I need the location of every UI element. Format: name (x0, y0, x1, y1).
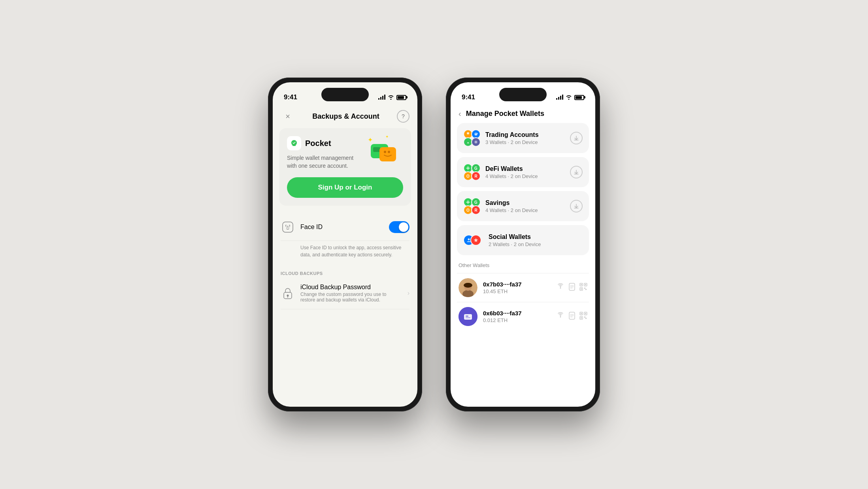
social-icons (463, 231, 481, 249)
pocket-card-body: Pocket Simple wallet management with one… (287, 136, 403, 172)
battery-icon-1 (396, 95, 406, 100)
svg-text:✦: ✦ (368, 136, 373, 143)
dynamic-island-2 (499, 88, 547, 101)
qr-icon[interactable] (579, 283, 587, 293)
svg-point-18 (468, 239, 470, 241)
screen-1-content: × Backups & Account ? (273, 106, 417, 407)
svg-point-35 (560, 316, 561, 317)
defi-icon-4: R (471, 171, 481, 181)
face-id-description: Use Face ID to unlock the app, access se… (281, 241, 409, 265)
face-id-icon (281, 220, 295, 234)
svg-text:✦: ✦ (385, 135, 389, 139)
svg-rect-33 (466, 316, 468, 317)
wallet-group-social[interactable]: Social Wallets 2 Wallets · 2 on Device (457, 225, 589, 255)
trading-name: Trading Accounts (485, 131, 565, 138)
trading-download-btn[interactable] (570, 132, 583, 144)
social-name: Social Wallets (489, 233, 565, 241)
savings-download-btn[interactable] (570, 200, 583, 212)
avatar-purple (459, 307, 477, 326)
social-icon-2 (470, 235, 481, 246)
other-wallets-label: Other Wallets (457, 259, 589, 273)
savings-icon-4: R (471, 205, 481, 215)
pocket-header: Pocket (287, 136, 364, 150)
trading-icon-4 (471, 137, 481, 147)
svg-point-23 (560, 287, 561, 288)
wallet-group-savings[interactable]: G O R Savings 4 Wallets · 2 on Device (457, 191, 589, 221)
back-button[interactable]: ‹ (459, 109, 461, 118)
pocket-card: Pocket Simple wallet management with one… (279, 128, 411, 206)
svg-point-9 (286, 227, 287, 227)
svg-point-15 (468, 133, 469, 134)
defi-info: DeFi Wallets 4 Wallets · 2 on Device (485, 165, 565, 179)
status-time-2: 9:41 (462, 93, 475, 101)
wallet-group-defi[interactable]: G O R DeFi Wallets 4 Wallets · 2 on Devi… (457, 157, 589, 187)
wallet-2-balance: 0.012 ETH (483, 317, 551, 323)
savings-icons: G O R (463, 197, 481, 215)
savings-info: Savings 4 Wallets · 2 on Device (485, 199, 565, 213)
pocket-card-left: Pocket Simple wallet management with one… (287, 136, 364, 170)
icloud-section: iCloud Backup Password Change the custom… (273, 277, 417, 309)
screen-2-content: ‹ Manage Pocket Wallets (451, 106, 595, 407)
wallet-nav: ‹ Manage Pocket Wallets (451, 106, 595, 123)
wallet-nav-title: Manage Pocket Wallets (466, 110, 544, 118)
svg-rect-5 (379, 147, 396, 161)
icloud-backup-subtitle: Change the custom password you use to re… (300, 292, 402, 303)
trading-meta: 3 Wallets · 2 on Device (485, 139, 565, 145)
face-id-title: Face ID (300, 224, 383, 231)
svg-point-10 (289, 227, 289, 227)
defi-download-btn[interactable] (570, 166, 583, 178)
nav-bar-1: × Backups & Account ? (273, 106, 417, 128)
screen-container: 9:41 (268, 78, 600, 411)
savings-name: Savings (485, 199, 565, 207)
icloud-backup-title: iCloud Backup Password (300, 284, 402, 291)
svg-rect-30 (581, 288, 582, 290)
settings-section-1: Face ID Use Face ID to unlock the app, a… (273, 214, 417, 265)
icloud-backup-row[interactable]: iCloud Backup Password Change the custom… (281, 277, 409, 309)
icloud-section-label: ICLOUD BACKUPS (281, 271, 409, 276)
wallet-avatar-2 (459, 307, 477, 326)
qr-icon-2[interactable] (579, 312, 587, 322)
wallet-illustration: ✦ ✦ (364, 132, 403, 172)
battery-icon-2 (574, 95, 584, 100)
face-id-toggle[interactable] (389, 221, 409, 233)
close-button[interactable]: × (281, 109, 295, 123)
wallet-group-trading[interactable]: ₙ Trading Accounts 3 Wallets · 2 on Devi… (457, 123, 589, 153)
defi-name: DeFi Wallets (485, 165, 565, 172)
pocket-logo-icon (289, 138, 299, 148)
svg-rect-34 (466, 317, 470, 318)
wallet-list: ₙ Trading Accounts 3 Wallets · 2 on Devi… (451, 123, 595, 407)
phone-2-inner: 9:41 (451, 82, 595, 407)
signal-icon-1 (378, 95, 385, 100)
defi-icons: G O R (463, 163, 481, 181)
wallet-1-balance: 10.45 ETH (483, 288, 551, 294)
document-icon-2[interactable] (568, 312, 576, 322)
signal-icon-2 (556, 95, 563, 100)
pocket-logo (287, 136, 301, 150)
svg-rect-42 (581, 317, 582, 318)
nfc-icon-2[interactable] (557, 312, 564, 322)
nfc-icon[interactable] (557, 283, 564, 293)
status-icons-2 (556, 95, 584, 100)
svg-rect-32 (464, 314, 472, 320)
svg-rect-28 (581, 284, 582, 285)
svg-point-7 (388, 151, 390, 153)
other-wallet-1[interactable]: 0x7b03····fa37 10.45 ETH (457, 273, 589, 302)
wallet-1-address: 0x7b03····fa37 (483, 281, 551, 288)
other-wallet-2[interactable]: 0x6b03····fa37 0.012 ETH (457, 302, 589, 331)
wallet-2-actions (557, 312, 587, 322)
wallet-2-address: 0x6b03····fa37 (483, 310, 551, 317)
social-info: Social Wallets 2 Wallets · 2 on Device (489, 233, 565, 247)
icloud-backup-content: iCloud Backup Password Change the custom… (300, 284, 402, 303)
wifi-icon-2 (566, 95, 572, 100)
phone-2: 9:41 (446, 78, 600, 411)
sign-up-button[interactable]: Sign Up or Login (287, 177, 403, 198)
wifi-icon-1 (388, 95, 394, 100)
svg-point-17 (475, 141, 477, 144)
svg-point-6 (384, 151, 386, 153)
phone-1-inner: 9:41 (273, 82, 417, 407)
help-button[interactable]: ? (397, 110, 409, 123)
svg-rect-40 (581, 313, 582, 314)
dynamic-island-1 (321, 88, 369, 101)
document-icon[interactable] (568, 283, 576, 293)
wallet-avatar-1 (459, 278, 477, 297)
